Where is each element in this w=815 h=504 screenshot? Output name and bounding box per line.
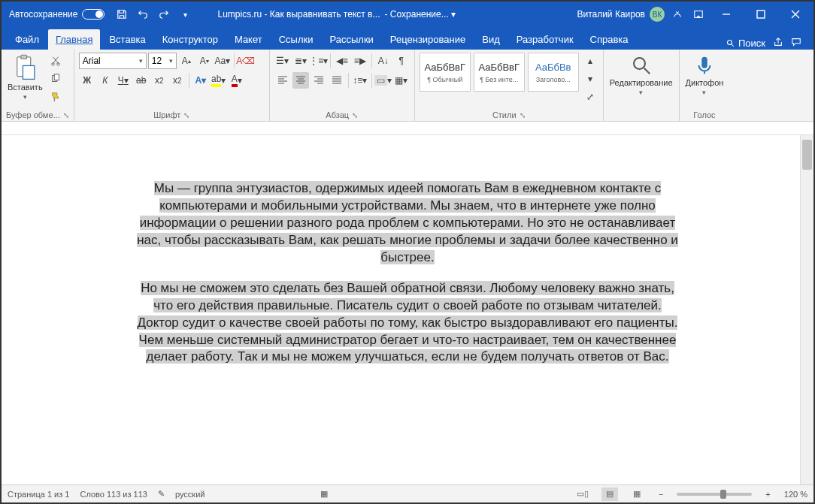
- tab-mailings[interactable]: Рассылки: [322, 29, 380, 50]
- tab-references[interactable]: Ссылки: [271, 29, 321, 50]
- status-bar: Страница 1 из 1 Слово 113 из 113 ✎ русск…: [2, 484, 813, 502]
- close-button[interactable]: [780, 2, 810, 27]
- group-voice: Диктофон ▾ Голос: [680, 50, 730, 121]
- svg-rect-15: [701, 57, 707, 68]
- show-marks-icon[interactable]: ¶: [393, 53, 410, 69]
- redo-icon[interactable]: [156, 6, 172, 23]
- read-mode-icon[interactable]: ▭▯: [574, 487, 591, 501]
- align-right-icon[interactable]: [311, 72, 327, 89]
- avatar: ВК: [650, 7, 665, 22]
- dialog-launcher-icon[interactable]: ⤡: [352, 111, 358, 119]
- zoom-in-button[interactable]: +: [762, 490, 773, 499]
- cut-icon[interactable]: [47, 53, 64, 69]
- grow-font-icon[interactable]: A▴: [178, 53, 195, 69]
- svg-line-4: [732, 44, 734, 46]
- print-layout-icon[interactable]: ▤: [601, 487, 618, 501]
- bold-button[interactable]: Ж: [79, 72, 95, 89]
- tab-file[interactable]: Файл: [8, 29, 47, 50]
- share-icon[interactable]: [773, 37, 783, 50]
- bullets-icon[interactable]: ☰▾: [274, 53, 291, 69]
- zoom-thumb[interactable]: [720, 490, 726, 499]
- group-styles: АаБбВвГ¶ Обычный АаБбВвГ¶ Без инте... Аа…: [415, 50, 604, 121]
- chevron-down-icon: ▾: [23, 93, 27, 101]
- change-case-icon[interactable]: Aa▾: [214, 53, 231, 69]
- app-window: Автосохранение ▾ Lumpics.ru - Как выравн…: [0, 0, 815, 504]
- styles-expand-icon[interactable]: ⤢: [582, 89, 598, 105]
- web-layout-icon[interactable]: ▦: [629, 487, 645, 501]
- minimize-button[interactable]: [711, 2, 741, 27]
- toggle-switch-icon: [82, 9, 105, 20]
- decrease-indent-icon[interactable]: ◀≡: [334, 53, 350, 69]
- shading-icon[interactable]: ▭▾: [375, 72, 392, 89]
- justify-icon[interactable]: [329, 72, 345, 89]
- user-account[interactable]: Виталий Каиров ВК: [577, 7, 665, 22]
- search-button[interactable]: Поиск: [726, 38, 765, 49]
- maximize-button[interactable]: [746, 2, 776, 27]
- styles-scroll-down-icon[interactable]: ▾: [582, 71, 598, 87]
- tab-layout[interactable]: Макет: [227, 29, 270, 50]
- zoom-slider[interactable]: [677, 493, 752, 496]
- subscript-button[interactable]: x2: [151, 72, 168, 89]
- dialog-launcher-icon[interactable]: ⤡: [520, 111, 526, 119]
- italic-button[interactable]: К: [97, 72, 114, 89]
- zoom-out-button[interactable]: −: [656, 490, 666, 499]
- tab-help[interactable]: Справка: [583, 29, 636, 50]
- vertical-scrollbar[interactable]: [800, 135, 813, 484]
- style-normal[interactable]: АаБбВвГ¶ Обычный: [420, 53, 471, 92]
- clear-format-icon[interactable]: A⌫: [238, 53, 254, 69]
- dictate-button[interactable]: Диктофон ▾: [684, 53, 726, 98]
- page-indicator[interactable]: Страница 1 из 1: [8, 490, 69, 499]
- format-painter-icon[interactable]: [47, 89, 64, 105]
- increase-indent-icon[interactable]: ≡▶: [352, 53, 368, 69]
- comments-icon[interactable]: [791, 37, 801, 50]
- sort-icon[interactable]: A↓: [375, 53, 392, 69]
- tab-view[interactable]: Вид: [474, 29, 507, 50]
- tab-insert[interactable]: Вставка: [101, 29, 153, 50]
- ribbon-display-icon[interactable]: [690, 6, 707, 23]
- highlight-icon[interactable]: ab▾: [211, 72, 227, 89]
- text-effects-icon[interactable]: A▾: [192, 72, 209, 89]
- strike-button[interactable]: ab: [133, 72, 150, 89]
- undo-icon[interactable]: [135, 6, 151, 23]
- font-color-icon[interactable]: A▾: [229, 72, 245, 89]
- borders-icon[interactable]: ▦▾: [393, 72, 410, 89]
- chevron-down-icon: ▾: [702, 89, 706, 96]
- word-count[interactable]: Слово 113 из 113: [80, 490, 147, 499]
- shrink-font-icon[interactable]: A▾: [196, 53, 213, 69]
- numbering-icon[interactable]: ≣▾: [292, 53, 309, 69]
- tab-review[interactable]: Рецензирование: [383, 29, 473, 50]
- macro-icon[interactable]: ▦: [320, 489, 328, 499]
- font-name-select[interactable]: Arial▾: [79, 53, 147, 69]
- coming-soon-icon[interactable]: [669, 6, 686, 23]
- scroll-thumb[interactable]: [802, 140, 812, 170]
- dialog-launcher-icon[interactable]: ⤡: [63, 111, 69, 119]
- style-heading1[interactable]: АаБбВвЗаголово...: [528, 53, 579, 92]
- copy-icon[interactable]: [47, 71, 64, 87]
- autosave-label: Автосохранение: [9, 9, 77, 20]
- multilevel-icon[interactable]: ⋮≡▾: [311, 53, 327, 69]
- dialog-launcher-icon[interactable]: ⤡: [183, 111, 189, 119]
- styles-scroll-up-icon[interactable]: ▴: [582, 53, 598, 69]
- tab-developer[interactable]: Разработчик: [509, 29, 581, 50]
- document-page[interactable]: Мы — группа энтузиастов, одержимых идеей…: [47, 135, 768, 409]
- ruler[interactable]: [2, 122, 813, 135]
- align-left-icon[interactable]: [274, 72, 291, 89]
- spellcheck-icon[interactable]: ✎: [158, 489, 165, 499]
- superscript-button[interactable]: x2: [169, 72, 186, 89]
- paragraph-text: Мы — группа энтузиастов, одержимых идеей…: [137, 181, 678, 264]
- align-center-icon[interactable]: [292, 72, 309, 89]
- tab-home[interactable]: Главная: [48, 29, 100, 50]
- tab-design[interactable]: Конструктор: [155, 29, 226, 50]
- qat-customize-icon[interactable]: ▾: [177, 6, 193, 23]
- save-status: - Сохранение... ▾: [385, 9, 456, 20]
- font-size-select[interactable]: 12▾: [148, 53, 177, 69]
- style-nospacing[interactable]: АаБбВвГ¶ Без инте...: [474, 53, 525, 92]
- editing-button[interactable]: Редактирование ▾: [608, 53, 674, 98]
- zoom-level[interactable]: 120 %: [784, 490, 807, 499]
- autosave-toggle[interactable]: Автосохранение: [5, 9, 109, 20]
- save-icon[interactable]: [114, 6, 130, 23]
- paste-button[interactable]: Вставить ▾: [6, 53, 44, 102]
- line-spacing-icon[interactable]: ↕≡▾: [352, 72, 368, 89]
- language-indicator[interactable]: русский: [175, 490, 205, 499]
- underline-button[interactable]: Ч▾: [115, 72, 132, 89]
